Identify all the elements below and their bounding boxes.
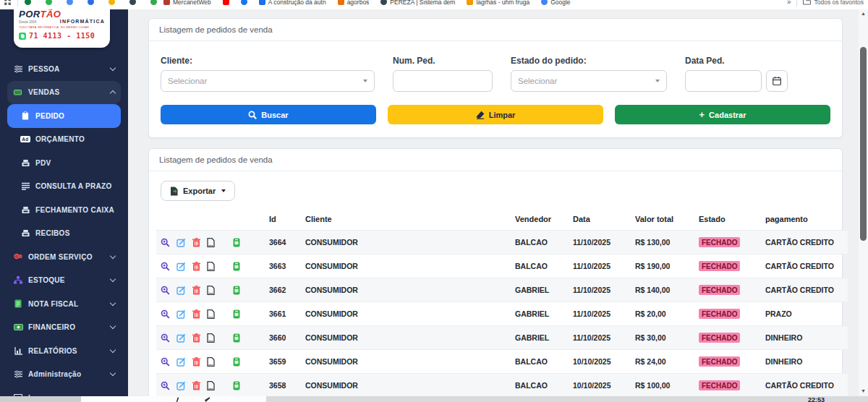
nfe-icon[interactable] — [233, 357, 240, 367]
sidebar-item-recibos[interactable]: RECIBOS — [7, 222, 121, 246]
zoom-in-icon[interactable] — [161, 309, 170, 319]
scroll-up-arrow-icon[interactable]: ▲ — [861, 11, 866, 16]
zoom-in-icon[interactable] — [161, 286, 170, 295]
logo-tagline: TUDO PARA INFORMÁTICA, NO MESMO LUGAR — [19, 25, 105, 30]
bookmark-item[interactable]: Google — [541, 0, 570, 6]
sidebar-item-financeiro[interactable]: FINANCEIRO — [7, 316, 121, 340]
nfe-icon[interactable] — [233, 262, 240, 271]
trash-icon[interactable] — [192, 262, 200, 271]
sidebar-item-nota-fiscal[interactable]: NOTA FISCAL — [7, 292, 121, 316]
bookmark-favicon[interactable] — [25, 0, 31, 5]
limpar-button[interactable]: Limpar — [388, 105, 603, 124]
order-client: CONSUMIDOR — [301, 326, 511, 350]
zoom-in-icon[interactable] — [161, 333, 170, 343]
sidebar-item-pedido[interactable]: PEDIDO — [7, 104, 121, 128]
trash-icon[interactable] — [192, 381, 200, 390]
cadastrar-button[interactable]: + Cadastrar — [615, 105, 830, 124]
num-ped-input[interactable] — [393, 70, 493, 92]
trash-icon[interactable] — [192, 238, 200, 247]
sidebar-item-pdv[interactable]: PDV — [7, 151, 121, 175]
sidebar-item-relatorios[interactable]: RELATÓRIOS — [7, 339, 121, 363]
bookmark-item[interactable]: agorbos — [338, 0, 370, 6]
bookmark-item[interactable]: MercanetWeb — [163, 0, 211, 6]
bookmark-favicon[interactable] — [67, 0, 73, 5]
sidebar-item-ordem-servico[interactable]: ⚙⚙ ORDEM SERVIÇO — [7, 245, 121, 269]
table-row[interactable]: 3663 CONSUMIDOR BALCAO 11/10/2025 R$ 190… — [156, 255, 848, 278]
bookmark-favicon[interactable] — [129, 0, 136, 5]
trash-icon[interactable] — [192, 357, 200, 367]
edit-icon[interactable] — [176, 357, 186, 367]
main-content: Listagem de pedidos de venda Cliente: Se… — [128, 9, 859, 402]
table-row[interactable]: 3659 CONSUMIDOR BALCAO 10/10/2025 R$ 24,… — [156, 350, 848, 374]
sidebar-item-administracao[interactable]: Administração — [7, 363, 121, 387]
browser-scrollbar[interactable]: ▲ ▼ — [859, 9, 868, 402]
col-estado: Estado — [694, 208, 761, 231]
bookmark-item[interactable] — [241, 0, 247, 5]
bookmark-item[interactable]: lagrhas - uhm fruga — [467, 0, 529, 6]
estado-select[interactable]: Selecionar — [511, 70, 667, 92]
zoom-in-icon[interactable] — [161, 381, 170, 390]
bookmark-item[interactable]: A construção da autn — [259, 0, 326, 6]
col-vendedor: Vendedor — [511, 208, 569, 231]
trash-icon[interactable] — [192, 333, 200, 343]
taskbar-clock: 22:53 — [808, 396, 825, 402]
nfe-icon[interactable] — [233, 381, 240, 390]
bookmark-item-favicon — [223, 0, 229, 5]
zoom-in-icon[interactable] — [161, 238, 170, 247]
bookmark-item[interactable] — [223, 0, 229, 5]
col-actions — [156, 208, 265, 231]
bookmark-favicon[interactable] — [88, 0, 94, 5]
print-document-icon[interactable] — [207, 262, 215, 271]
table-row[interactable]: 3661 CONSUMIDOR GABRIEL 11/10/2025 R$ 20… — [156, 302, 848, 326]
table-row[interactable]: 3658 CONSUMIDOR BALCAO 10/10/2025 R$ 100… — [156, 374, 848, 398]
bookmark-item-favicon — [541, 0, 548, 5]
edit-icon[interactable] — [176, 238, 186, 247]
trash-icon[interactable] — [192, 309, 200, 319]
table-row[interactable]: 3662 CONSUMIDOR GABRIEL 11/10/2025 R$ 14… — [156, 278, 848, 302]
print-document-icon[interactable] — [207, 381, 215, 390]
nfe-icon[interactable] — [233, 238, 240, 247]
cliente-select[interactable]: Selecionar — [161, 70, 375, 92]
nfe-icon[interactable] — [233, 309, 240, 319]
eraser-icon — [476, 111, 485, 119]
apps-grid-icon[interactable] — [4, 0, 11, 5]
sidebar-item-consulta-a-prazo[interactable]: CONSULTA A PRAZO — [7, 175, 121, 199]
print-document-icon[interactable] — [207, 309, 215, 319]
sidebar-item-estoque[interactable]: ESTOQUE — [7, 269, 121, 293]
sidebar-item-vendas[interactable]: VENDAS — [7, 81, 121, 105]
zoom-in-icon[interactable] — [161, 357, 170, 367]
scrollbar-thumb[interactable] — [860, 47, 867, 241]
folder-icon — [803, 0, 811, 5]
buscar-button[interactable]: Buscar — [161, 105, 376, 124]
bookmarks-overflow-chevron[interactable]: » — [787, 0, 791, 6]
nfe-icon[interactable] — [233, 286, 240, 295]
all-favorites-button[interactable]: Todos os favoritos — [803, 0, 864, 6]
sidebar-item-pessoa[interactable]: PESSOA — [7, 57, 121, 81]
edit-icon[interactable] — [176, 262, 186, 271]
print-document-icon[interactable] — [207, 357, 215, 367]
bookmark-item-label: lagrhas - uhm fruga — [476, 0, 529, 6]
nfe-icon[interactable] — [233, 333, 240, 343]
edit-icon[interactable] — [176, 381, 186, 390]
scroll-down-arrow-icon[interactable]: ▼ — [861, 388, 866, 393]
bookmark-item[interactable]: PEREZA | Sistema dem — [380, 0, 455, 6]
sidebar-item-orcamento[interactable]: Ad ORÇAMENTO — [7, 128, 121, 152]
print-document-icon[interactable] — [207, 238, 215, 247]
bookmark-favicon[interactable] — [46, 0, 52, 5]
trash-icon[interactable] — [192, 286, 200, 295]
table-row[interactable]: 3664 CONSUMIDOR BALCAO 11/10/2025 R$ 130… — [156, 231, 848, 255]
bookmark-favicon[interactable] — [109, 0, 115, 5]
print-document-icon[interactable] — [207, 286, 215, 295]
edit-icon[interactable] — [176, 333, 186, 343]
bookmark-favicon[interactable] — [150, 0, 157, 5]
print-document-icon[interactable] — [207, 333, 215, 343]
zoom-in-icon[interactable] — [161, 262, 170, 271]
order-seller: GABRIEL — [511, 302, 569, 326]
edit-icon[interactable] — [176, 309, 186, 319]
exportar-button[interactable]: Exportar — [161, 181, 235, 201]
table-row[interactable]: 3660 CONSUMIDOR GABRIEL 11/10/2025 R$ 30… — [156, 326, 848, 350]
sidebar-item-fechamento-caixa[interactable]: FECHAMENTO CAIXA — [7, 198, 121, 222]
edit-icon[interactable] — [176, 286, 186, 295]
data-ped-input[interactable] — [685, 70, 762, 92]
calendar-button[interactable] — [766, 70, 788, 92]
